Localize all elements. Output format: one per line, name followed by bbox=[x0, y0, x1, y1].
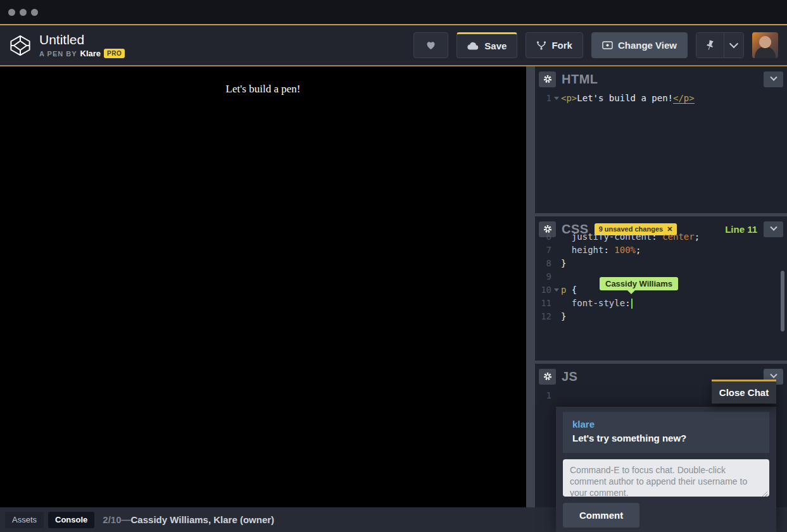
comment-button[interactable]: Comment bbox=[563, 503, 639, 528]
pen-title[interactable]: Untitled bbox=[39, 32, 125, 47]
window-dot-icon[interactable] bbox=[20, 9, 27, 16]
collaborator-cursor bbox=[631, 299, 633, 309]
chevron-down-icon bbox=[729, 39, 738, 48]
heart-icon bbox=[425, 40, 436, 50]
line-number[interactable]: 9 bbox=[535, 270, 551, 283]
line-number[interactable]: 6 bbox=[535, 230, 551, 244]
pin-icon bbox=[705, 40, 715, 51]
save-button-label: Save bbox=[484, 40, 507, 51]
cloud-icon bbox=[467, 42, 479, 50]
fold-caret-icon[interactable] bbox=[551, 283, 561, 297]
pin-button-group bbox=[696, 32, 744, 58]
line-number[interactable]: 10 bbox=[535, 283, 551, 297]
chat-input[interactable] bbox=[563, 459, 769, 497]
code-line: 1 <p>Let's build a pen!</p> bbox=[535, 92, 787, 105]
console-button[interactable]: Console bbox=[48, 512, 94, 528]
view-icon bbox=[602, 41, 613, 49]
line-number[interactable]: 12 bbox=[535, 310, 551, 323]
line-number[interactable]: 11 bbox=[535, 297, 551, 310]
line-number[interactable]: 7 bbox=[535, 244, 551, 257]
gear-icon bbox=[543, 75, 552, 84]
gear-icon bbox=[543, 372, 552, 381]
window-dot-icon[interactable] bbox=[31, 9, 38, 16]
separator: — bbox=[122, 514, 131, 525]
js-panel-title: JS bbox=[562, 369, 577, 384]
pin-button[interactable] bbox=[696, 33, 724, 58]
line-number[interactable]: 1 bbox=[535, 389, 551, 402]
fork-button[interactable]: Fork bbox=[526, 32, 583, 58]
html-close-tag: </p> bbox=[673, 93, 695, 104]
preview-pane: Let's build a pen! bbox=[0, 66, 526, 507]
change-view-button[interactable]: Change View bbox=[591, 32, 688, 58]
pin-dropdown-toggle[interactable] bbox=[724, 33, 743, 58]
collaborator-status: 2/10—Cassidy Williams, Klare (owner) bbox=[103, 514, 274, 525]
html-open-tag: <p> bbox=[561, 93, 577, 103]
fold-caret-icon[interactable] bbox=[551, 92, 561, 105]
collab-progress: 2/10 bbox=[103, 514, 121, 525]
preview-text: Let's build a pen! bbox=[0, 66, 526, 96]
html-panel-title: HTML bbox=[562, 72, 598, 87]
html-settings-button[interactable] bbox=[539, 71, 556, 87]
browser-chrome-bar bbox=[0, 0, 787, 24]
html-editor-panel: HTML 1 <p>Let's build a pen!</p> bbox=[535, 66, 787, 213]
css-scrollbar[interactable] bbox=[781, 271, 784, 331]
code-line: 7 height: 100%; bbox=[535, 244, 787, 257]
collaborator-cursor-label: Cassidy Williams bbox=[600, 277, 678, 290]
like-button[interactable] bbox=[413, 32, 448, 58]
byline-prefix: A PEN BY bbox=[39, 50, 77, 58]
pro-badge: PRO bbox=[104, 49, 125, 58]
codepen-logo-icon[interactable] bbox=[9, 34, 32, 57]
close-chat-label: Close Chat bbox=[719, 387, 769, 398]
close-chat-menu-item[interactable]: Close Chat bbox=[712, 380, 776, 404]
css-editor-panel: CSS 9 unsaved changes ✕ Line 11 6 justif… bbox=[535, 216, 787, 361]
html-collapse-button[interactable] bbox=[764, 71, 783, 87]
fork-icon bbox=[536, 40, 546, 51]
fork-button-label: Fork bbox=[551, 40, 572, 51]
code-line: 12 } bbox=[535, 310, 787, 323]
chevron-down-icon bbox=[770, 74, 777, 81]
chat-message: klare Let's try something new? bbox=[563, 412, 769, 453]
save-button[interactable]: Save bbox=[456, 32, 517, 58]
chat-panel: klare Let's try something new? Comment bbox=[556, 407, 776, 532]
window-controls[interactable] bbox=[8, 9, 38, 16]
code-line: 6 justify-content: center; bbox=[535, 230, 787, 244]
chevron-down-icon bbox=[770, 371, 777, 378]
collaborator-names: Cassidy Williams, Klare (owner) bbox=[131, 514, 275, 525]
change-view-label: Change View bbox=[618, 40, 677, 51]
js-settings-button[interactable] bbox=[539, 369, 556, 385]
editor-header: Untitled A PEN BY Klare PRO Save bbox=[0, 25, 787, 65]
assets-button[interactable]: Assets bbox=[5, 512, 44, 528]
chat-message-text: Let's try something new? bbox=[572, 431, 760, 445]
author-link[interactable]: Klare bbox=[80, 49, 101, 58]
preview-editor-resizer[interactable] bbox=[526, 66, 535, 507]
html-code-area[interactable]: 1 <p>Let's build a pen!</p> bbox=[535, 88, 787, 105]
line-number[interactable]: 1 bbox=[535, 92, 551, 105]
window-dot-icon[interactable] bbox=[8, 9, 15, 16]
avatar[interactable] bbox=[752, 32, 778, 58]
code-line: 11 font-style: bbox=[535, 297, 787, 310]
chat-username[interactable]: klare bbox=[572, 418, 760, 431]
code-line: 8 } bbox=[535, 257, 787, 270]
line-number[interactable]: 8 bbox=[535, 257, 551, 270]
html-text: Let's build a pen! bbox=[577, 93, 673, 103]
